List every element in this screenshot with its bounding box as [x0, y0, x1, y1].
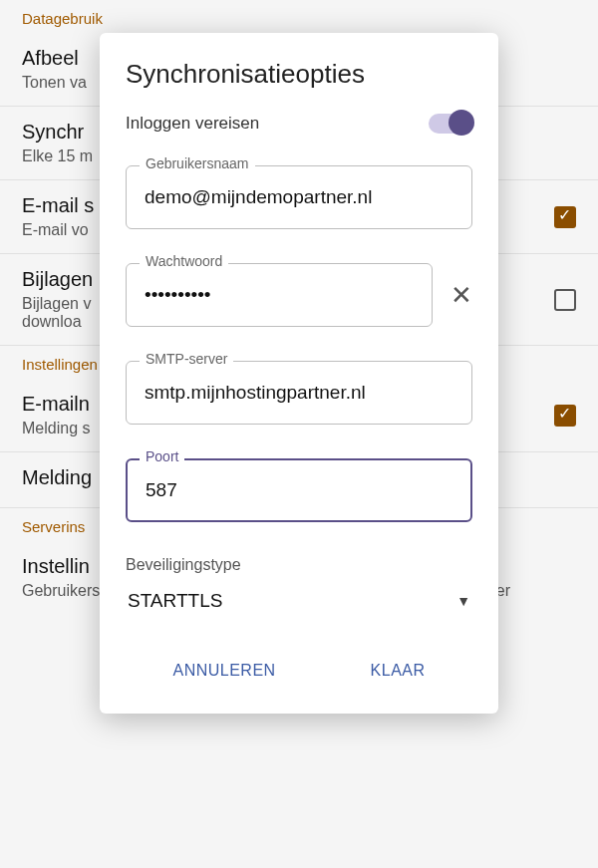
sync-options-dialog: Synchronisatieopties Inloggen vereisen G… [100, 33, 498, 714]
clear-password-icon[interactable]: ✕ [450, 280, 472, 311]
security-type-select[interactable]: STARTTLS ▼ [126, 586, 472, 630]
username-input[interactable] [126, 165, 472, 229]
port-label: Poort [140, 448, 184, 464]
require-login-toggle[interactable] [429, 114, 472, 134]
row-title: E-mail s [22, 194, 94, 217]
require-login-label: Inloggen vereisen [126, 114, 259, 134]
checkbox-email-sync[interactable] [554, 206, 576, 228]
dialog-title: Synchronisatieopties [126, 59, 472, 90]
cancel-button[interactable]: Annuleren [160, 654, 287, 688]
smtp-label: SMTP-server [140, 351, 233, 367]
username-label: Gebruikersnaam [140, 155, 255, 171]
security-type-value: STARTTLS [128, 590, 222, 612]
password-input[interactable] [126, 263, 433, 327]
require-login-row: Inloggen vereisen [126, 114, 472, 134]
username-field-wrap: Gebruikersnaam [126, 165, 472, 229]
dialog-actions: Annuleren Klaar [126, 648, 472, 688]
port-field-wrap: Poort [126, 458, 472, 522]
chevron-down-icon: ▼ [456, 593, 470, 609]
checkbox-bijlagen[interactable] [554, 289, 576, 311]
row-sub: Bijlagen v downloa [22, 295, 93, 331]
row-sub: Melding s [22, 420, 90, 437]
password-field-wrap: Wachtwoord [126, 263, 433, 327]
row-sub: E-mail vo [22, 221, 94, 239]
smtp-input[interactable] [126, 361, 472, 425]
port-input[interactable] [126, 458, 472, 522]
smtp-field-wrap: SMTP-server [126, 361, 472, 425]
done-button[interactable]: Klaar [359, 654, 438, 688]
section-header-datagebruik: Datagebruik [0, 0, 598, 33]
checkbox-emailnotif[interactable] [554, 405, 576, 427]
row-title: E-mailn [22, 393, 90, 416]
password-label: Wachtwoord [140, 253, 228, 269]
row-title: Bijlagen [22, 268, 93, 291]
security-type-label: Beveiligingstype [126, 556, 472, 574]
